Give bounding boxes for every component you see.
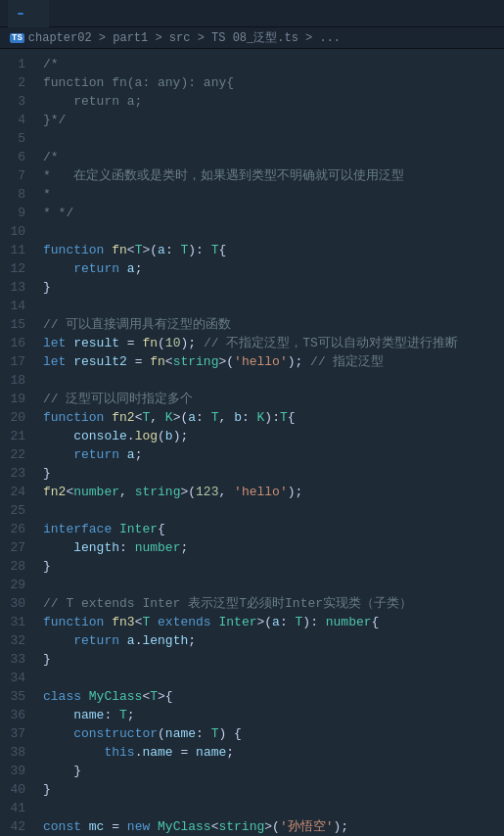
code-line: return a.length;: [43, 631, 496, 650]
code-line: return a;: [43, 92, 496, 111]
breadcrumb-ts-icon: TS: [10, 33, 24, 43]
code-line: let result = fn(10); // 不指定泛型，TS可以自动对类型进…: [43, 334, 496, 352]
code-line: }: [43, 464, 496, 483]
code-line: interface Inter{: [43, 520, 496, 538]
code-line: function fn<T>(a: T): T{: [43, 241, 496, 259]
code-content[interactable]: /*function fn(a: any): any{ return a;}*/…: [35, 49, 504, 836]
code-line: }*/: [43, 111, 496, 129]
code-line: this.name = name;: [43, 743, 496, 762]
code-line: [43, 222, 496, 241]
code-line: }: [43, 762, 496, 780]
code-line: * 在定义函数或是类时，如果遇到类型不明确就可以使用泛型: [43, 166, 496, 185]
code-area: 1234567891011121314151617181920212223242…: [0, 49, 504, 836]
code-line: console.log(b);: [43, 427, 496, 445]
code-line: const mc = new MyClass<string>('孙悟空');: [43, 817, 496, 836]
code-line: /*: [43, 148, 496, 166]
code-line: // 可以直接调用具有泛型的函数: [43, 315, 496, 334]
code-line: }: [43, 278, 496, 297]
code-line: constructor(name: T) {: [43, 724, 496, 743]
breadcrumb: TS chapter02 > part1 > src > TS 08_泛型.ts…: [0, 27, 504, 49]
line-numbers: 1234567891011121314151617181920212223242…: [0, 49, 35, 836]
code-line: name: T;: [43, 706, 496, 724]
code-line: [43, 297, 496, 315]
code-line: *: [43, 185, 496, 204]
code-line: function fn3<T extends Inter>(a: T): num…: [43, 613, 496, 631]
code-line: }: [43, 557, 496, 576]
code-line: let result2 = fn<string>('hello'); // 指定…: [43, 352, 496, 371]
code-line: function fn(a: any): any{: [43, 73, 496, 92]
ts-icon: [18, 13, 23, 15]
code-line: * */: [43, 204, 496, 222]
code-line: [43, 371, 496, 390]
tab[interactable]: [8, 0, 49, 27]
code-line: // T extends Inter 表示泛型T必须时Inter实现类（子类）: [43, 594, 496, 613]
code-line: // 泛型可以同时指定多个: [43, 390, 496, 408]
code-line: [43, 669, 496, 687]
breadcrumb-path: chapter02 > part1 > src > TS 08_泛型.ts > …: [28, 29, 341, 46]
code-line: [43, 799, 496, 817]
code-line: [43, 501, 496, 520]
code-line: }: [43, 780, 496, 799]
code-line: function fn2<T, K>(a: T, b: K):T{: [43, 408, 496, 427]
code-line: /*: [43, 55, 496, 73]
code-line: [43, 576, 496, 594]
code-line: }: [43, 650, 496, 669]
code-line: return a;: [43, 259, 496, 278]
code-line: class MyClass<T>{: [43, 687, 496, 706]
code-line: return a;: [43, 445, 496, 464]
code-line: [43, 129, 496, 148]
code-line: length: number;: [43, 538, 496, 557]
title-bar: [0, 0, 504, 27]
code-line: fn2<number, string>(123, 'hello');: [43, 483, 496, 501]
